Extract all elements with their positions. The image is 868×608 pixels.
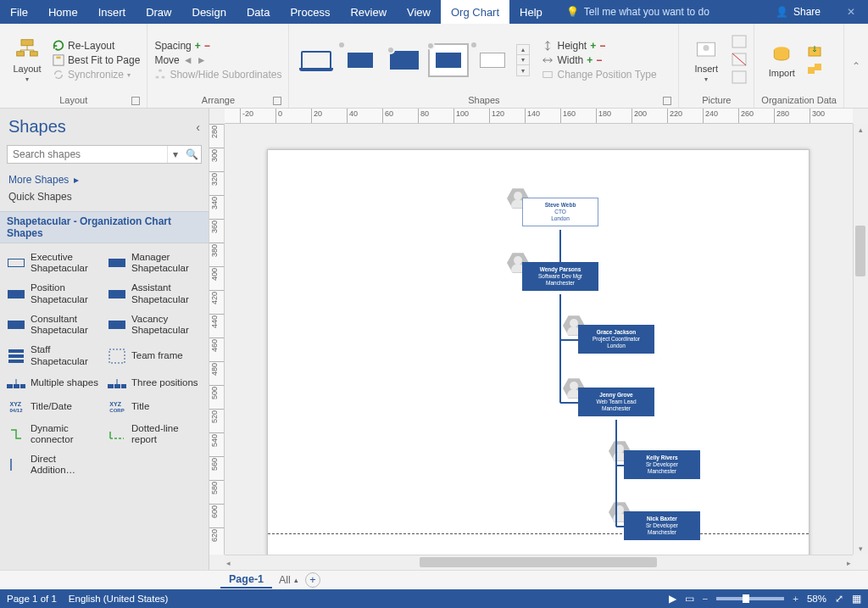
arrow-right-icon[interactable]: ► [197,54,207,66]
search-dropdown-icon[interactable]: ▾ [167,146,182,163]
tell-me[interactable]: 💡 Tell me what you want to do [553,0,709,24]
org-node[interactable]: Wendy ParsonsSoftware Dev MgrManchester [522,262,598,291]
record-macro-icon[interactable]: ▶ [669,593,676,605]
fit-page-icon[interactable]: ⤢ [835,593,843,605]
search-go-icon[interactable]: 🔍 [182,146,201,163]
collapse-pane-icon[interactable]: ‹ [196,120,200,134]
arrow-left-icon[interactable]: ◄ [183,54,193,66]
org-node[interactable]: Nick BaxterSr DeveloperManchester [624,511,700,540]
page-tab-1[interactable]: Page-1 [220,572,272,588]
vertical-scrollbar[interactable]: ▴ ▾ [853,124,868,555]
style-thumb-2[interactable] [340,43,381,77]
import-button[interactable]: Import [761,27,802,93]
shape-item[interactable]: Assistant Shapetacular [106,281,203,306]
add-page-button[interactable]: + [305,572,320,588]
bestfit-button[interactable]: Best Fit to Page [53,54,140,66]
presentation-mode-icon[interactable]: ▭ [685,593,694,605]
share-button[interactable]: 👤 Share [762,0,834,24]
shape-style-gallery[interactable]: ▴ ▾ ▾ [296,27,530,93]
dialog-launcher-icon[interactable] [273,97,281,105]
shape-item[interactable]: Multiple shapes [5,374,103,393]
more-shapes-link[interactable]: More Shapes▸ [8,174,200,186]
dialog-launcher-icon[interactable] [663,97,671,105]
shape-item[interactable]: Dynamic connector [5,421,103,447]
insert-picture-button[interactable]: Insert ▾ [686,27,726,93]
tab-draw[interactable]: Draw [136,0,181,24]
dialog-launcher-icon[interactable] [131,97,140,105]
relayout-button[interactable]: Re-Layout [53,40,140,52]
plus-icon[interactable]: + [195,40,201,52]
org-node[interactable]: Jenny GroveWeb Team LeadManchester [578,388,654,416]
compare-icon[interactable] [807,62,822,77]
chevron-down-icon[interactable]: ▾ [517,55,529,65]
scroll-left-icon[interactable]: ◂ [226,555,231,570]
shape-item[interactable]: Team frame [106,343,203,368]
showhide-button[interactable]: Show/Hide Subordinates [154,69,281,81]
style-thumb-4-selected[interactable] [428,43,469,77]
search-input[interactable] [8,146,167,163]
gallery-more-icon[interactable]: ▾ [517,65,529,75]
gallery-scroller[interactable]: ▴ ▾ ▾ [516,44,530,76]
tab-process[interactable]: Process [280,0,340,24]
shape-item[interactable]: Executive Shapetacular [5,250,103,276]
shape-item[interactable]: Manager Shapetacular [106,250,203,276]
tab-org-chart[interactable]: Org Chart [441,0,509,24]
scroll-thumb[interactable] [420,557,657,567]
zoom-value[interactable]: 58% [807,594,826,604]
tab-review[interactable]: Review [340,0,397,24]
scroll-down-icon[interactable]: ▾ [854,544,868,553]
scroll-up-icon[interactable]: ▴ [854,126,868,134]
chevron-up-icon[interactable]: ▴ [517,45,529,55]
change-position-type-button[interactable]: Change Position Type [542,69,656,81]
shape-item[interactable]: Vacancy Shapetacular [106,312,203,337]
delete-picture-icon[interactable] [732,70,747,86]
style-thumb-1[interactable] [296,43,337,77]
layout-button[interactable]: Layout ▾ [7,27,47,93]
shape-item[interactable]: Position Shapetacular [5,281,103,306]
synchronize-button[interactable]: Synchronize ▾ [53,69,140,81]
shape-item[interactable]: Three positions [106,374,203,393]
org-node[interactable]: Steve WebbCTOLondon [522,198,598,226]
stencil-header[interactable]: Shapetacular - Organization Chart Shapes [0,211,209,243]
tab-view[interactable]: View [397,0,441,24]
tab-data[interactable]: Data [236,0,280,24]
scroll-thumb[interactable] [855,226,865,276]
style-thumb-3[interactable] [384,43,425,77]
plus-icon[interactable]: + [590,40,596,52]
shape-item[interactable]: XYZ04/12Title/Date [5,398,103,416]
shape-item[interactable]: XYZCORPTitle [106,398,203,416]
tab-design[interactable]: Design [182,0,236,24]
style-thumb-5[interactable] [472,43,513,77]
shape-item[interactable]: Consultant Shapetacular [5,312,103,337]
zoom-handle[interactable] [743,594,749,603]
page[interactable]: Steve WebbCTOLondonWendy ParsonsSoftware… [267,149,810,555]
minus-icon[interactable]: − [204,40,210,52]
minus-icon[interactable]: − [596,54,602,66]
spacing-control[interactable]: Spacing + − [154,40,281,52]
minus-icon[interactable]: − [599,40,605,52]
change-picture-icon[interactable] [732,35,747,50]
org-node[interactable]: Grace JacksonProject CoordinatorLondon [578,325,654,354]
status-language[interactable]: English (United States) [69,594,169,604]
width-control[interactable]: Width + − [542,54,656,66]
shape-item[interactable]: Staff Shapetacular [5,343,103,368]
zoom-slider[interactable] [716,597,784,600]
org-node[interactable]: Kelly RiversSr DeveloperManchester [624,450,700,479]
tab-file[interactable]: File [0,0,38,24]
shape-item[interactable]: Direct Addition… [5,452,103,477]
export-icon[interactable] [807,44,822,59]
tab-home[interactable]: Home [38,0,88,24]
all-pages-button[interactable]: All▴ [279,574,298,586]
horizontal-scrollbar[interactable]: ◂ ▸ [225,555,853,570]
close-button[interactable]: ✕ [834,0,868,24]
collapse-ribbon-button[interactable]: ⌃ [844,24,868,108]
move-control[interactable]: Move ◄ ► [154,54,281,66]
canvas[interactable]: Steve WebbCTOLondonWendy ParsonsSoftware… [225,124,853,555]
pan-zoom-icon[interactable]: ▦ [852,593,861,605]
plus-icon[interactable]: + [587,54,593,66]
tab-help[interactable]: Help [509,0,553,24]
scroll-right-icon[interactable]: ▸ [847,555,851,570]
search-shapes[interactable]: ▾ 🔍 [7,145,202,164]
height-control[interactable]: Height + − [542,40,656,52]
show-hide-picture-icon[interactable] [732,53,747,68]
